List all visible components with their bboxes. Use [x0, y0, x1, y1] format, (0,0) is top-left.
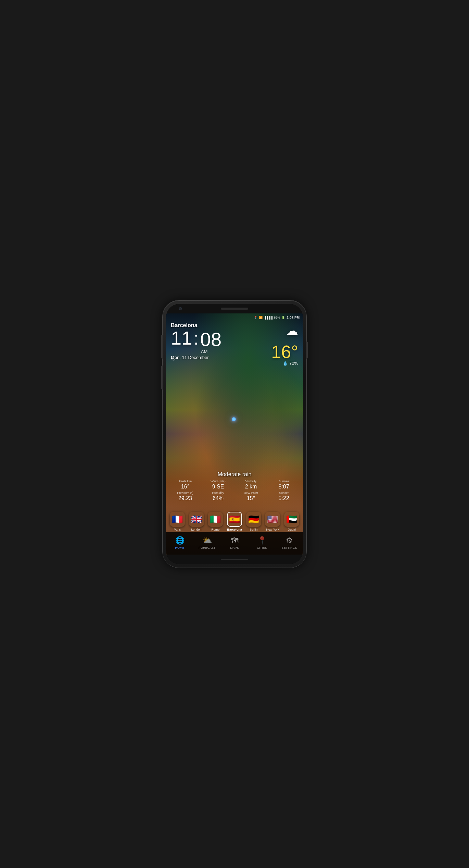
nav-label-cities: CITIES [257, 546, 267, 549]
city-label: New York [266, 528, 279, 531]
wind-value: 9 SE [202, 484, 234, 490]
feels-like-value: 16° [169, 484, 201, 490]
nav-icon-cities: 📍 [257, 536, 267, 545]
top-bezel [166, 304, 303, 313]
time-right: 08 AM [200, 328, 221, 354]
city-label: Barcelona [227, 528, 242, 531]
city-item-london[interactable]: 🇬🇧 London [188, 512, 205, 531]
cities-row: 🇫🇷 Paris 🇬🇧 London 🇮🇹 Rome 🇪🇸 Barcelona … [166, 512, 303, 531]
wind-item: Wind (m/s) 9 SE Humidity 64% [202, 480, 234, 501]
time-ampm: AM [201, 349, 221, 354]
share-icon[interactable]: ⊙ [171, 355, 176, 362]
pressure-value: 29.23 [169, 495, 201, 501]
signal-status-icon: ▐▐▐▐ [264, 316, 273, 319]
city-item-barcelona[interactable]: 🇪🇸 Barcelona [226, 512, 243, 531]
nav-label-home: HOME [175, 546, 185, 549]
weather-top-left: Barcelona 11 : 08 AM Mon, 11 December [171, 322, 221, 360]
weather-top-right: ☁ 16° 💧 70% [271, 324, 298, 366]
home-bar [221, 559, 248, 560]
city-flag: 🇩🇪 [246, 512, 261, 527]
status-icons: 📍 📶 ▐▐▐▐ 89% 🔋 2:08 PM [254, 316, 300, 320]
weather-details: Feels like 16° Pressure (") 29.23 Wind (… [166, 480, 303, 501]
feels-like-label: Feels like [169, 480, 201, 483]
time-display: 11 : 08 AM [171, 328, 221, 354]
nav-icon-forecast: ⛅ [203, 536, 212, 545]
nav-icon-maps: 🗺 [231, 536, 238, 545]
city-flag: 🇫🇷 [170, 512, 185, 527]
wind-label: Wind (m/s) [202, 480, 234, 483]
nav-label-forecast: FORECAST [199, 546, 215, 549]
weather-condition: Moderate rain [166, 471, 303, 478]
city-item-rome[interactable]: 🇮🇹 Rome [207, 512, 224, 531]
city-label: Berlin [250, 528, 257, 531]
nav-item-forecast[interactable]: ⛅ FORECAST [193, 536, 221, 549]
bottom-navigation: 🌐 HOME ⛅ FORECAST 🗺 MAPS 📍 CITIES ⚙ SETT… [166, 532, 303, 555]
visibility-label: Visibility [235, 480, 267, 483]
wifi-status-icon: 📶 [259, 316, 263, 319]
cloud-icon: ☁ [286, 324, 298, 338]
bottom-bezel [166, 555, 303, 564]
city-flag: 🇪🇸 [227, 512, 242, 527]
sunset-label: Sunset [268, 491, 300, 495]
phone-screen: 📍 📶 ▐▐▐▐ 89% 🔋 2:08 PM Barcelona 11 : 08… [166, 304, 303, 564]
city-item-dubai[interactable]: 🇦🇪 Dubai [283, 512, 300, 531]
nav-label-maps: MAPS [230, 546, 239, 549]
location-status-icon: 📍 [254, 316, 257, 319]
speaker [221, 308, 248, 310]
nav-item-settings[interactable]: ⚙ SETTINGS [276, 536, 303, 549]
city-label: London [191, 528, 202, 531]
city-label: Dubai [288, 528, 296, 531]
city-label: Rome [211, 528, 219, 531]
visibility-value: 2 km [235, 484, 267, 490]
sunrise-label: Sunrise [268, 480, 300, 483]
city-item-paris[interactable]: 🇫🇷 Paris [169, 512, 186, 531]
sunrise-item: Sunrise 8:07 Sunset 5:22 [268, 480, 300, 501]
sunrise-value: 8:07 [268, 484, 300, 490]
nav-item-maps[interactable]: 🗺 MAPS [221, 536, 248, 549]
screen-content: 📍 📶 ▐▐▐▐ 89% 🔋 2:08 PM Barcelona 11 : 08… [166, 313, 303, 555]
city-flag: 🇬🇧 [189, 512, 204, 527]
nav-item-home[interactable]: 🌐 HOME [166, 536, 193, 549]
humidity-display: 💧 70% [282, 361, 298, 366]
time-separator: : [193, 328, 199, 348]
date-display: Mon, 11 December [171, 355, 221, 360]
temperature-main: 16° [271, 342, 298, 362]
time-minutes: 08 [200, 330, 221, 349]
humidity-value: 64% [202, 495, 234, 501]
city-flag: 🇮🇹 [208, 512, 223, 527]
sunset-value: 5:22 [268, 495, 300, 501]
humidity-label2: Humidity [202, 491, 234, 495]
nav-label-settings: SETTINGS [281, 546, 297, 549]
visibility-item: Visibility 2 km Dew Point 15° [235, 480, 267, 501]
city-flag: 🇺🇸 [265, 512, 280, 527]
phone-device: 📍 📶 ▐▐▐▐ 89% 🔋 2:08 PM Barcelona 11 : 08… [163, 300, 306, 568]
city-item-berlin[interactable]: 🇩🇪 Berlin [245, 512, 262, 531]
nav-item-cities[interactable]: 📍 CITIES [248, 536, 276, 549]
city-label: Paris [174, 528, 181, 531]
dew-point-label: Dew Point [235, 491, 267, 495]
battery-percent: 89% [274, 316, 280, 319]
temperature-container: 16° [271, 343, 298, 361]
status-bar: 📍 📶 ▐▐▐▐ 89% 🔋 2:08 PM [166, 313, 303, 322]
feels-like-item: Feels like 16° Pressure (") 29.23 [169, 480, 201, 501]
nav-icon-home: 🌐 [175, 536, 185, 545]
nav-icon-settings: ⚙ [286, 536, 293, 545]
battery-icon: 🔋 [281, 316, 285, 319]
city-item-new-york[interactable]: 🇺🇸 New York [264, 512, 281, 531]
dew-point-value: 15° [235, 495, 267, 501]
camera [179, 307, 182, 310]
city-flag: 🇦🇪 [284, 512, 299, 527]
time-hours: 11 [171, 328, 192, 348]
location-dot [232, 417, 236, 421]
system-time: 2:08 PM [287, 316, 300, 320]
pressure-label: Pressure (") [169, 491, 201, 495]
